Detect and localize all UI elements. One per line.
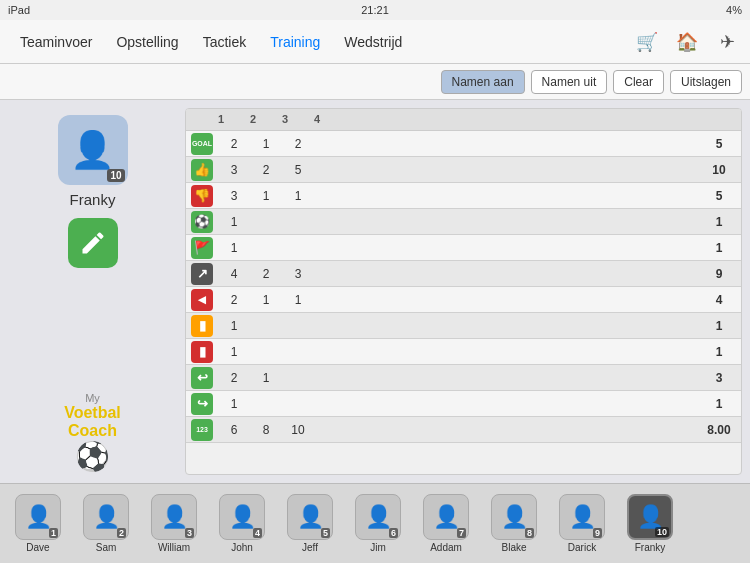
strip-name-9: Darick (568, 542, 596, 553)
nav-opstelling[interactable]: Opstelling (104, 20, 190, 63)
strip-avatar-3: 👤 3 (151, 494, 197, 540)
strip-person-icon: 👤 (93, 504, 120, 530)
stats-row[interactable]: ▮ 11 (186, 313, 741, 339)
nav-icons: 🛒 🏠 ✈ (632, 27, 742, 57)
row-total-11: 8.00 (701, 423, 741, 437)
row-total-2: 5 (701, 189, 741, 203)
row-total-1: 10 (701, 163, 741, 177)
namen-aan-button[interactable]: Namen aan (441, 70, 525, 94)
strip-avatar-1: 👤 1 (15, 494, 61, 540)
col-4-header: 4 (314, 109, 346, 131)
strip-player-2[interactable]: 👤 2 Sam (74, 494, 138, 553)
logo-coach: Coach (64, 422, 121, 440)
strip-person-icon: 👤 (25, 504, 52, 530)
row-val-3-0: 1 (218, 215, 250, 229)
row-val-11-2: 10 (282, 423, 314, 437)
namen-uit-button[interactable]: Namen uit (531, 70, 608, 94)
toolbar: Namen aan Namen uit Clear Uitslagen (0, 64, 750, 100)
stats-row[interactable]: ◀ 2114 (186, 287, 741, 313)
row-icon-6: ◀ (186, 287, 218, 313)
strip-player-9[interactable]: 👤 9 Darick (550, 494, 614, 553)
cart-icon[interactable]: 🛒 (632, 27, 662, 57)
share-icon[interactable]: ✈ (712, 27, 742, 57)
stats-row[interactable]: 👍 32510 (186, 157, 741, 183)
row-total-9: 3 (701, 371, 741, 385)
row-icon-10: ↪ (186, 391, 218, 417)
stats-row[interactable]: ↩ 213 (186, 365, 741, 391)
stats-row[interactable]: 🚩 11 (186, 235, 741, 261)
strip-player-7[interactable]: 👤 7 Addam (414, 494, 478, 553)
strip-name-10: Franky (635, 542, 666, 553)
stats-rows-container: GOAL 2125 👍 32510 👎 3115 ⚽ 11 🚩 11 ↗ 423… (186, 131, 741, 443)
nav-teaminvoer[interactable]: Teaminvoer (8, 20, 104, 63)
row-val-0-1: 1 (250, 137, 282, 151)
strip-avatar-4: 👤 4 (219, 494, 265, 540)
nav-training[interactable]: Training (258, 20, 332, 63)
clear-button[interactable]: Clear (613, 70, 664, 94)
row-val-1-1: 2 (250, 163, 282, 177)
uitslagen-button[interactable]: Uitslagen (670, 70, 742, 94)
strip-person-icon: 👤 (161, 504, 188, 530)
strip-avatar-6: 👤 6 (355, 494, 401, 540)
strip-number-6: 6 (389, 528, 398, 538)
strip-player-4[interactable]: 👤 4 John (210, 494, 274, 553)
row-total-7: 1 (701, 319, 741, 333)
strip-name-5: Jeff (302, 542, 318, 553)
player-avatar: 👤 10 (58, 115, 128, 185)
nav-bar: Teaminvoer Opstelling Tactiek Training W… (0, 20, 750, 64)
row-val-5-2: 3 (282, 267, 314, 281)
player-strip: 👤 1 Dave 👤 2 Sam 👤 3 William 👤 4 John (0, 483, 750, 563)
sidebar: 👤 10 Franky My Voetbal Coach ⚽ (0, 100, 185, 483)
strip-avatar-5: 👤 5 (287, 494, 333, 540)
strip-avatar-7: 👤 7 (423, 494, 469, 540)
main-content: 👤 10 Franky My Voetbal Coach ⚽ 1 2 3 4 (0, 100, 750, 483)
row-total-8: 1 (701, 345, 741, 359)
strip-person-icon: 👤 (365, 504, 392, 530)
row-total-3: 1 (701, 215, 741, 229)
strip-player-3[interactable]: 👤 3 William (142, 494, 206, 553)
stats-row[interactable]: ↗ 4239 (186, 261, 741, 287)
strip-person-icon: 👤 (569, 504, 596, 530)
avatar-person-icon: 👤 (70, 129, 115, 171)
row-icon-7: ▮ (186, 313, 218, 339)
strip-name-8: Blake (501, 542, 526, 553)
row-val-11-0: 6 (218, 423, 250, 437)
stats-row[interactable]: 123 68108.00 (186, 417, 741, 443)
row-total-10: 1 (701, 397, 741, 411)
row-icon-2: 👎 (186, 183, 218, 209)
strip-avatar-8: 👤 8 (491, 494, 537, 540)
row-total-5: 9 (701, 267, 741, 281)
stats-row[interactable]: 👎 3115 (186, 183, 741, 209)
col-2-header: 2 (250, 109, 282, 131)
strip-player-5[interactable]: 👤 5 Jeff (278, 494, 342, 553)
edit-player-button[interactable] (68, 218, 118, 268)
strip-number-8: 8 (525, 528, 534, 538)
nav-wedstrijd[interactable]: Wedstrijd (332, 20, 414, 63)
row-val-9-1: 1 (250, 371, 282, 385)
stats-row[interactable]: GOAL 2125 (186, 131, 741, 157)
row-icon-11: 123 (186, 417, 218, 443)
stats-row[interactable]: ⚽ 11 (186, 209, 741, 235)
strip-person-icon: 👤 (433, 504, 460, 530)
stats-row[interactable]: ▮ 11 (186, 339, 741, 365)
soccer-ball-icon: ⚽ (64, 440, 121, 473)
stats-row[interactable]: ↪ 11 (186, 391, 741, 417)
row-val-6-0: 2 (218, 293, 250, 307)
strip-number-10: 10 (655, 527, 669, 537)
strip-player-8[interactable]: 👤 8 Blake (482, 494, 546, 553)
logo-voetbal: Voetbal (64, 404, 121, 422)
strip-avatar-9: 👤 9 (559, 494, 605, 540)
home-icon[interactable]: 🏠 (672, 27, 702, 57)
row-val-5-0: 4 (218, 267, 250, 281)
row-total-0: 5 (701, 137, 741, 151)
nav-tactiek[interactable]: Tactiek (191, 20, 259, 63)
strip-person-icon: 👤 (297, 504, 324, 530)
strip-player-10[interactable]: 👤 10 Franky (618, 494, 682, 553)
row-icon-9: ↩ (186, 365, 218, 391)
time-label: 21:21 (361, 4, 389, 16)
row-val-2-2: 1 (282, 189, 314, 203)
strip-name-2: Sam (96, 542, 117, 553)
strip-player-1[interactable]: 👤 1 Dave (6, 494, 70, 553)
strip-player-6[interactable]: 👤 6 Jim (346, 494, 410, 553)
row-icon-8: ▮ (186, 339, 218, 365)
